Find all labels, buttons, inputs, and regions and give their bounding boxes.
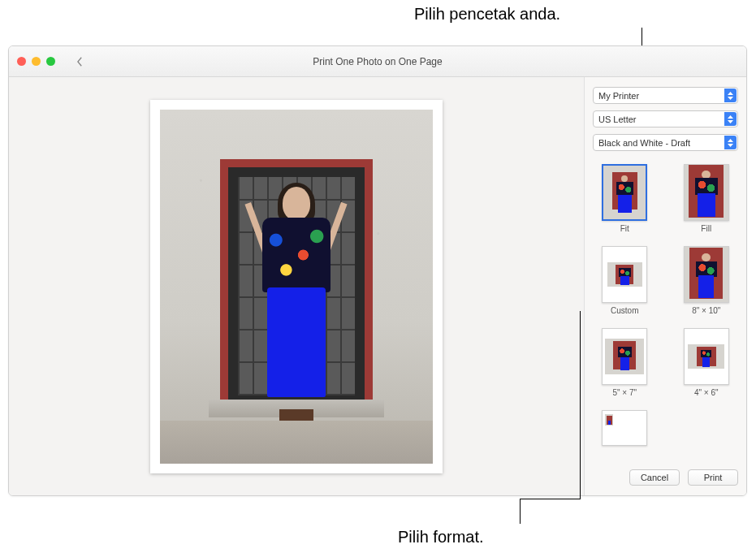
callout-format: Pilih format.	[398, 528, 484, 547]
layout-grid: Fit Fill	[593, 161, 738, 463]
window-title: Print One Photo on One Page	[9, 56, 746, 67]
print-button[interactable]: Print	[688, 469, 738, 486]
layout-label: 4" × 6"	[694, 388, 719, 397]
photo-preview	[160, 110, 433, 464]
button-row: Cancel Print	[593, 469, 738, 486]
select-arrows-icon	[724, 112, 737, 126]
layout-thumb	[602, 246, 647, 303]
layout-thumb	[684, 164, 729, 221]
layout-label: 5" × 7"	[612, 388, 637, 397]
layout-item-fill[interactable]: Fill	[676, 164, 737, 233]
printer-select-value: My Printer	[598, 91, 639, 101]
layout-item-fit[interactable]: Fit	[594, 164, 655, 233]
layout-item-8x10[interactable]: 8" × 10"	[676, 246, 737, 315]
quality-select[interactable]: Black and White - Draft	[593, 134, 738, 151]
layout-label: Fit	[620, 224, 629, 233]
select-arrows-icon	[724, 89, 737, 102]
callout-printer: Pilih pencetak anda.	[414, 5, 560, 24]
paper-size-select[interactable]: US Letter	[593, 110, 738, 127]
cancel-button[interactable]: Cancel	[629, 469, 680, 486]
paper-size-value: US Letter	[598, 114, 636, 124]
layout-item-4x6[interactable]: 4" × 6"	[676, 328, 737, 397]
titlebar: Print One Photo on One Page	[9, 46, 746, 77]
printer-select[interactable]: My Printer	[593, 87, 738, 104]
layout-item-5x7[interactable]: 5" × 7"	[594, 328, 655, 397]
layout-thumb	[684, 328, 729, 385]
layout-item-custom[interactable]: Custom	[594, 246, 655, 315]
print-sidebar: My Printer US Letter Black and White - D…	[584, 77, 746, 495]
paper-preview	[150, 100, 443, 473]
layout-label: Custom	[611, 306, 638, 315]
maximize-button[interactable]	[46, 57, 55, 66]
select-arrows-icon	[724, 136, 737, 149]
layout-label: 8" × 10"	[692, 306, 720, 315]
callout-line	[520, 499, 521, 524]
layout-item-contact[interactable]	[594, 410, 655, 449]
window-controls	[17, 57, 55, 66]
layout-thumb	[684, 246, 729, 303]
back-button[interactable]	[73, 55, 86, 68]
layout-thumb	[602, 410, 647, 446]
content-area: My Printer US Letter Black and White - D…	[9, 77, 746, 495]
layout-thumb	[602, 164, 647, 221]
layout-label: Fill	[701, 224, 711, 233]
callout-line	[580, 311, 581, 499]
print-window: Print One Photo on One Page	[8, 45, 747, 496]
close-button[interactable]	[17, 57, 26, 66]
minimize-button[interactable]	[32, 57, 41, 66]
layout-thumb	[602, 328, 647, 385]
callout-line	[520, 499, 581, 499]
quality-value: Black and White - Draft	[598, 138, 690, 148]
preview-area	[9, 77, 584, 495]
